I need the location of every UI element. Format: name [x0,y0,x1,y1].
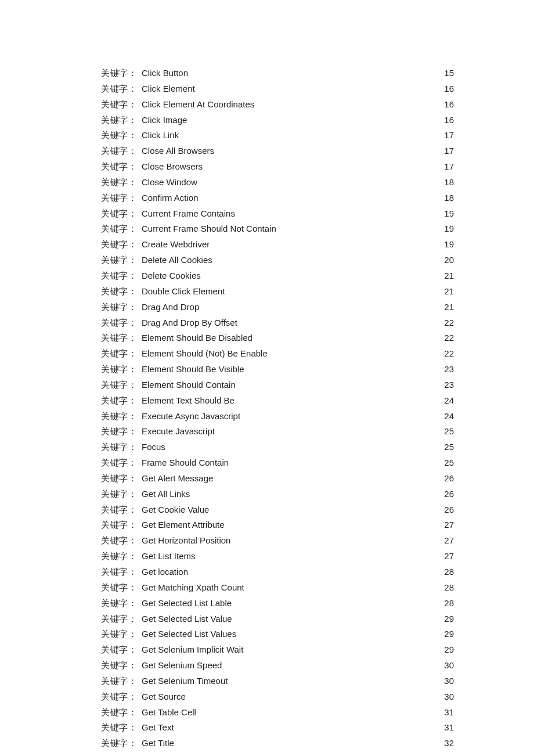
toc-entry[interactable]: 关键字：Current Frame Should Not Contain19 [101,221,454,237]
toc-leader-dots [233,613,443,622]
toc-entry[interactable]: 关键字：Click Element16 [101,81,454,97]
toc-title: Execute Javascript [142,424,215,440]
toc-title: Confirm Action [142,190,199,206]
toc-title: Get Selected List Lable [142,596,232,611]
toc-label: 关键字： [101,642,137,658]
toc-page-number: 23 [444,377,454,393]
toc-entry[interactable]: 关键字：Get Title32 [101,736,454,751]
toc-title: Element Should (Not) Be Enable [142,346,268,362]
toc-title: Drag And Drop By Offset [142,315,237,331]
toc-entry[interactable]: 关键字：Get Source30 [101,689,454,705]
toc-leader-dots [269,348,443,357]
toc-entry[interactable]: 关键字：Get Element Attribute27 [101,517,454,533]
toc-entry[interactable]: 关键字：Delete All Cookies20 [101,253,454,268]
toc-leader-dots [237,628,443,637]
toc-page-number: 29 [444,611,454,627]
toc-leader-dots [180,129,443,138]
toc-leader-dots [188,114,443,123]
toc-entry[interactable]: 关键字：Element Should (Not) Be Enable22 [101,346,454,362]
toc-entry[interactable]: 关键字：Close Window18 [101,175,454,190]
toc-entry[interactable]: 关键字：Get Selected List Value29 [101,611,454,627]
toc-entry[interactable]: 关键字：Current Frame Contains19 [101,206,454,222]
toc-leader-dots [211,239,443,247]
toc-entry[interactable]: 关键字：Element Should Contain23 [101,377,454,393]
toc-leader-dots [226,519,443,528]
toc-leader-dots [197,707,443,715]
toc-title: Get List Items [142,549,196,564]
toc-title: Element Text Should Be [142,393,234,409]
toc-label: 关键字： [101,517,137,533]
toc-entry[interactable]: 关键字：Get List Items27 [101,549,454,564]
toc-entry[interactable]: 关键字：Focus25 [101,440,454,455]
toc-label: 关键字： [101,658,137,674]
toc-entry[interactable]: 关键字：Frame Should Contain25 [101,455,454,471]
toc-entry[interactable]: 关键字：Close All Browsers17 [101,143,454,159]
toc-entry[interactable]: 关键字：Get Selenium Timeout30 [101,674,454,689]
toc-leader-dots [216,426,443,434]
toc-leader-dots [199,177,443,185]
toc-title: Drag And Drop [142,300,199,315]
toc-label: 关键字： [101,611,137,627]
toc-entry[interactable]: 关键字：Click Button15 [101,66,454,81]
toc-entry[interactable]: 关键字：Create Webdriver19 [101,237,454,253]
toc-title: Close Browsers [142,159,203,175]
toc-label: 关键字： [101,253,137,268]
toc-entry[interactable]: 关键字：Element Should Be Visible23 [101,362,454,377]
toc-entry[interactable]: 关键字：Get location28 [101,564,454,580]
toc-leader-dots [255,99,443,107]
toc-entry[interactable]: 关键字：Get Matching Xpath Count28 [101,580,454,596]
toc-page-number: 21 [444,284,454,300]
toc-entry[interactable]: 关键字：Close Browsers17 [101,159,454,175]
toc-leader-dots [167,441,443,450]
toc-page-number: 31 [444,720,454,736]
toc-leader-dots [204,161,443,170]
toc-title: Get Selected List Value [142,611,232,627]
toc-title: Element Should Contain [142,377,236,393]
toc-label: 关键字： [101,346,137,362]
toc-entry[interactable]: 关键字：Get Selected List Lable28 [101,596,454,611]
toc-entry[interactable]: 关键字：Confirm Action18 [101,190,454,206]
toc-entry[interactable]: 关键字：Get Selected List Values29 [101,627,454,642]
toc-label: 关键字： [101,393,137,409]
toc-label: 关键字： [101,237,137,253]
toc-entry[interactable]: 关键字：Double Click Element21 [101,284,454,300]
toc-entry[interactable]: 关键字：Execute Async Javascript24 [101,409,454,424]
toc-entry[interactable]: 关键字：Click Link17 [101,128,454,143]
toc-label: 关键字： [101,221,137,237]
toc-label: 关键字： [101,284,137,300]
toc-label: 关键字： [101,455,137,471]
toc-entry[interactable]: 关键字：Element Should Be Disabled22 [101,330,454,346]
toc-title: Get Selenium Implicit Wait [142,642,243,658]
toc-page-number: 27 [444,533,454,549]
toc-page-number: 30 [444,658,454,674]
toc-entry[interactable]: 关键字：Click Image16 [101,113,454,128]
toc-page-number: 16 [444,113,454,128]
toc-entry[interactable]: 关键字：Get Alert Message26 [101,471,454,487]
toc-entry[interactable]: 关键字：Element Text Should Be24 [101,393,454,409]
toc-page-number: 22 [444,315,454,331]
toc-leader-dots [237,379,443,388]
toc-entry[interactable]: 关键字：Get Selenium Implicit Wait29 [101,642,454,658]
toc-entry[interactable]: 关键字：Execute Javascript25 [101,424,454,440]
toc-entry[interactable]: 关键字：Delete Cookies21 [101,268,454,284]
toc-leader-dots [175,737,443,746]
toc-entry[interactable]: 关键字：Get Selenium Speed30 [101,658,454,674]
toc-page-number: 28 [444,596,454,611]
toc-entry[interactable]: 关键字：Get Text31 [101,720,454,736]
toc-entry[interactable]: 关键字：Get Table Cell31 [101,705,454,721]
toc-leader-dots [226,286,443,294]
toc-page-number: 25 [444,455,454,471]
toc-page-number: 20 [444,253,454,268]
toc-entry[interactable]: 关键字：Get Cookie Value26 [101,502,454,518]
toc-entry[interactable]: 关键字：Drag And Drop21 [101,300,454,315]
toc-entry[interactable]: 关键字：Click Element At Coordinates16 [101,97,454,113]
toc-title: Close All Browsers [142,143,214,159]
toc-entry[interactable]: 关键字：Drag And Drop By Offset22 [101,315,454,331]
toc-leader-dots [191,488,443,497]
toc-leader-dots [236,208,443,217]
toc-title: Execute Async Javascript [142,409,240,424]
toc-label: 关键字： [101,159,137,175]
toc-page-number: 31 [444,705,454,721]
toc-entry[interactable]: 关键字：Get All Links26 [101,487,454,502]
toc-entry[interactable]: 关键字：Get Horizontal Position27 [101,533,454,549]
